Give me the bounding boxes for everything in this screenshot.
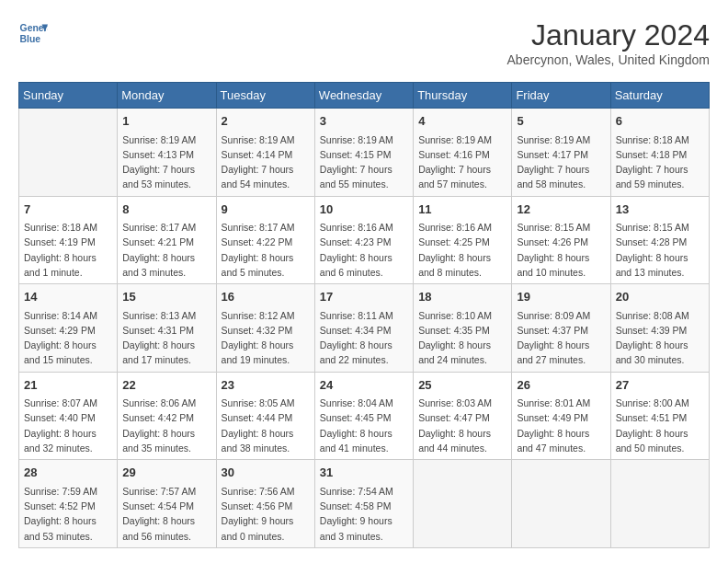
calendar-cell: 11Sunrise: 8:16 AM Sunset: 4:25 PM Dayli… — [414, 196, 512, 284]
day-number: 7 — [24, 201, 112, 219]
day-number: 6 — [616, 112, 704, 131]
day-info: Sunrise: 8:17 AM Sunset: 4:22 PM Dayligh… — [222, 220, 310, 280]
calendar-week-row: 14Sunrise: 8:14 AM Sunset: 4:29 PM Dayli… — [19, 284, 710, 373]
calendar-cell: 9Sunrise: 8:17 AM Sunset: 4:22 PM Daylig… — [216, 196, 314, 284]
day-number: 14 — [24, 288, 112, 306]
day-info: Sunrise: 8:12 AM Sunset: 4:32 PM Dayligh… — [222, 308, 310, 368]
calendar-week-row: 28Sunrise: 7:59 AM Sunset: 4:52 PM Dayli… — [19, 460, 710, 548]
day-number: 29 — [122, 464, 210, 482]
page-header: General Blue January 2024 Abercynon, Wal… — [18, 18, 710, 67]
day-number: 18 — [418, 288, 506, 306]
day-number: 28 — [24, 464, 112, 482]
day-info: Sunrise: 8:16 AM Sunset: 4:25 PM Dayligh… — [418, 220, 506, 280]
day-number: 2 — [222, 112, 310, 131]
day-info: Sunrise: 8:19 AM Sunset: 4:13 PM Dayligh… — [122, 132, 210, 192]
day-number: 30 — [222, 464, 310, 482]
day-number: 11 — [418, 201, 506, 219]
day-info: Sunrise: 8:15 AM Sunset: 4:26 PM Dayligh… — [517, 220, 605, 280]
day-info: Sunrise: 7:59 AM Sunset: 4:52 PM Dayligh… — [24, 484, 112, 544]
day-number: 22 — [122, 376, 210, 395]
calendar-cell: 29Sunrise: 7:57 AM Sunset: 4:54 PM Dayli… — [118, 460, 216, 548]
svg-text:Blue: Blue — [20, 34, 41, 44]
calendar-cell: 16Sunrise: 8:12 AM Sunset: 4:32 PM Dayli… — [216, 284, 314, 373]
calendar-cell: 3Sunrise: 8:19 AM Sunset: 4:15 PM Daylig… — [314, 109, 413, 197]
day-of-week-header: Friday — [512, 83, 610, 109]
day-of-week-header: Wednesday — [314, 83, 413, 109]
day-number: 5 — [517, 112, 605, 131]
day-info: Sunrise: 8:13 AM Sunset: 4:31 PM Dayligh… — [122, 308, 210, 368]
logo: General Blue — [18, 18, 48, 48]
day-of-week-header: Tuesday — [216, 83, 314, 109]
calendar-cell: 23Sunrise: 8:05 AM Sunset: 4:44 PM Dayli… — [216, 372, 314, 460]
calendar-subtitle: Abercynon, Wales, United Kingdom — [507, 52, 710, 67]
day-info: Sunrise: 8:01 AM Sunset: 4:49 PM Dayligh… — [517, 396, 605, 455]
day-info: Sunrise: 8:11 AM Sunset: 4:34 PM Dayligh… — [320, 308, 408, 368]
day-number: 15 — [122, 288, 210, 306]
day-info: Sunrise: 8:08 AM Sunset: 4:39 PM Dayligh… — [616, 308, 704, 368]
day-number: 16 — [222, 288, 310, 306]
calendar-cell: 19Sunrise: 8:09 AM Sunset: 4:37 PM Dayli… — [512, 284, 610, 373]
day-info: Sunrise: 8:19 AM Sunset: 4:15 PM Dayligh… — [320, 132, 408, 192]
calendar-week-row: 7Sunrise: 8:18 AM Sunset: 4:19 PM Daylig… — [19, 196, 710, 284]
day-number: 17 — [320, 288, 408, 306]
day-info: Sunrise: 8:17 AM Sunset: 4:21 PM Dayligh… — [122, 220, 210, 280]
day-info: Sunrise: 8:19 AM Sunset: 4:17 PM Dayligh… — [517, 132, 605, 192]
calendar-cell: 25Sunrise: 8:03 AM Sunset: 4:47 PM Dayli… — [414, 372, 512, 460]
calendar-cell: 24Sunrise: 8:04 AM Sunset: 4:45 PM Dayli… — [314, 372, 413, 460]
day-number: 21 — [24, 376, 112, 395]
day-info: Sunrise: 8:15 AM Sunset: 4:28 PM Dayligh… — [616, 220, 704, 280]
calendar-cell: 1Sunrise: 8:19 AM Sunset: 4:13 PM Daylig… — [118, 109, 216, 197]
calendar-cell: 20Sunrise: 8:08 AM Sunset: 4:39 PM Dayli… — [610, 284, 709, 373]
day-number: 26 — [517, 376, 605, 395]
day-info: Sunrise: 8:07 AM Sunset: 4:40 PM Dayligh… — [24, 396, 112, 455]
day-number: 27 — [616, 376, 704, 395]
calendar-cell — [610, 460, 709, 548]
logo-icon: General Blue — [18, 18, 48, 48]
day-number: 24 — [320, 376, 408, 395]
day-number: 20 — [616, 288, 704, 306]
day-number: 12 — [517, 201, 605, 219]
day-number: 4 — [418, 112, 506, 131]
day-info: Sunrise: 8:05 AM Sunset: 4:44 PM Dayligh… — [222, 396, 310, 455]
calendar-table: SundayMondayTuesdayWednesdayThursdayFrid… — [18, 82, 710, 548]
day-number: 13 — [616, 201, 704, 219]
calendar-title: January 2024 — [507, 18, 710, 52]
calendar-cell: 5Sunrise: 8:19 AM Sunset: 4:17 PM Daylig… — [512, 109, 610, 197]
day-info: Sunrise: 7:56 AM Sunset: 4:56 PM Dayligh… — [222, 484, 310, 544]
day-info: Sunrise: 8:19 AM Sunset: 4:16 PM Dayligh… — [418, 132, 506, 192]
calendar-cell: 4Sunrise: 8:19 AM Sunset: 4:16 PM Daylig… — [414, 109, 512, 197]
calendar-cell: 14Sunrise: 8:14 AM Sunset: 4:29 PM Dayli… — [19, 284, 118, 373]
day-info: Sunrise: 8:03 AM Sunset: 4:47 PM Dayligh… — [418, 396, 506, 455]
calendar-cell: 6Sunrise: 8:18 AM Sunset: 4:18 PM Daylig… — [610, 109, 709, 197]
calendar-week-row: 1Sunrise: 8:19 AM Sunset: 4:13 PM Daylig… — [19, 109, 710, 197]
calendar-cell: 18Sunrise: 8:10 AM Sunset: 4:35 PM Dayli… — [414, 284, 512, 373]
day-of-week-header: Saturday — [610, 83, 709, 109]
calendar-cell: 2Sunrise: 8:19 AM Sunset: 4:14 PM Daylig… — [216, 109, 314, 197]
calendar-cell: 13Sunrise: 8:15 AM Sunset: 4:28 PM Dayli… — [610, 196, 709, 284]
day-number: 10 — [320, 201, 408, 219]
day-info: Sunrise: 8:19 AM Sunset: 4:14 PM Dayligh… — [222, 132, 310, 192]
calendar-cell: 31Sunrise: 7:54 AM Sunset: 4:58 PM Dayli… — [314, 460, 413, 548]
day-info: Sunrise: 8:06 AM Sunset: 4:42 PM Dayligh… — [122, 396, 210, 455]
calendar-cell — [512, 460, 610, 548]
day-number: 31 — [320, 464, 408, 482]
calendar-cell: 22Sunrise: 8:06 AM Sunset: 4:42 PM Dayli… — [118, 372, 216, 460]
day-info: Sunrise: 8:18 AM Sunset: 4:19 PM Dayligh… — [24, 220, 112, 280]
day-info: Sunrise: 8:16 AM Sunset: 4:23 PM Dayligh… — [320, 220, 408, 280]
day-of-week-header: Monday — [118, 83, 216, 109]
day-number: 19 — [517, 288, 605, 306]
day-number: 23 — [222, 376, 310, 395]
day-number: 8 — [122, 201, 210, 219]
calendar-cell: 15Sunrise: 8:13 AM Sunset: 4:31 PM Dayli… — [118, 284, 216, 373]
day-of-week-header: Thursday — [414, 83, 512, 109]
calendar-cell: 7Sunrise: 8:18 AM Sunset: 4:19 PM Daylig… — [19, 196, 118, 284]
calendar-cell: 21Sunrise: 8:07 AM Sunset: 4:40 PM Dayli… — [19, 372, 118, 460]
day-of-week-header: Sunday — [19, 83, 118, 109]
title-block: January 2024 Abercynon, Wales, United Ki… — [507, 18, 710, 67]
day-info: Sunrise: 8:09 AM Sunset: 4:37 PM Dayligh… — [517, 308, 605, 368]
day-info: Sunrise: 7:57 AM Sunset: 4:54 PM Dayligh… — [122, 484, 210, 544]
calendar-cell — [414, 460, 512, 548]
day-info: Sunrise: 8:04 AM Sunset: 4:45 PM Dayligh… — [320, 396, 408, 455]
calendar-cell — [19, 109, 118, 197]
calendar-cell: 26Sunrise: 8:01 AM Sunset: 4:49 PM Dayli… — [512, 372, 610, 460]
